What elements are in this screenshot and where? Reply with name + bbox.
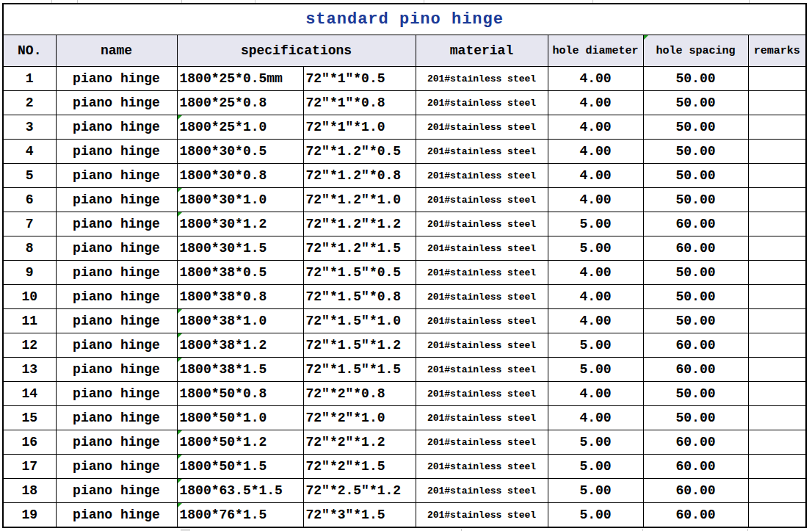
cell-name[interactable]: piano hinge (56, 455, 177, 479)
cell-material[interactable]: 201#stainless steel (416, 261, 548, 285)
cell-no[interactable]: 4 (3, 140, 56, 164)
cell-material[interactable]: 201#stainless steel (416, 212, 548, 236)
cell-name[interactable]: piano hinge (56, 309, 177, 333)
cell-spec-mm[interactable]: 1800*76*1.5 (177, 503, 303, 528)
cell-material[interactable]: 201#stainless steel (416, 503, 548, 528)
cell-material[interactable]: 201#stainless steel (416, 236, 548, 261)
cell-material[interactable]: 201#stainless steel (416, 140, 548, 164)
cell-spec-inch[interactable]: 72″*1.5″*1.2 (303, 333, 416, 358)
cell-name[interactable]: piano hinge (56, 285, 177, 309)
cell-name[interactable]: piano hinge (56, 503, 177, 528)
cell-spec-inch[interactable]: 72″*2″*0.8 (303, 382, 416, 406)
cell-spec-mm[interactable]: 1800*38*1.0 (177, 309, 303, 333)
cell-remarks[interactable] (748, 188, 806, 212)
cell-spec-mm[interactable]: 1800*25*0.8 (177, 91, 303, 115)
cell-name[interactable]: piano hinge (56, 236, 177, 261)
cell-spec-inch[interactable]: 72″*1.2″*1.0 (303, 188, 416, 212)
cell-hole-spacing[interactable]: 60.00 (643, 430, 748, 455)
cell-name[interactable]: piano hinge (56, 479, 177, 503)
cell-spec-inch[interactable]: 72″*1.5″*0.5 (303, 261, 416, 285)
cell-name[interactable]: piano hinge (56, 382, 177, 406)
cell-remarks[interactable] (748, 140, 806, 164)
cell-material[interactable]: 201#stainless steel (416, 479, 548, 503)
cell-spec-inch[interactable]: 72″*2″*1.2 (303, 430, 416, 455)
cell-hole-diameter[interactable]: 5.00 (548, 479, 643, 503)
cell-hole-diameter[interactable]: 4.00 (548, 309, 643, 333)
cell-no[interactable]: 3 (3, 115, 56, 140)
cell-material[interactable]: 201#stainless steel (416, 309, 548, 333)
cell-material[interactable]: 201#stainless steel (416, 115, 548, 140)
cell-remarks[interactable] (748, 285, 806, 309)
cell-no[interactable]: 18 (3, 479, 56, 503)
cell-hole-diameter[interactable]: 5.00 (548, 503, 643, 528)
col-header-hole-spacing[interactable]: hole spacing (643, 35, 748, 67)
cell-hole-diameter[interactable]: 4.00 (548, 406, 643, 430)
cell-spec-mm[interactable]: 1800*30*0.5 (177, 140, 303, 164)
cell-no[interactable]: 19 (3, 503, 56, 528)
cell-name[interactable]: piano hinge (56, 430, 177, 455)
cell-remarks[interactable] (748, 261, 806, 285)
cell-hole-spacing[interactable]: 60.00 (643, 358, 748, 382)
cell-spec-mm[interactable]: 1800*63.5*1.5 (177, 479, 303, 503)
cell-remarks[interactable] (748, 382, 806, 406)
cell-material[interactable]: 201#stainless steel (416, 164, 548, 188)
cell-name[interactable]: piano hinge (56, 91, 177, 115)
cell-spec-mm[interactable]: 1800*50*1.5 (177, 455, 303, 479)
cell-spec-mm[interactable]: 1800*30*1.5 (177, 236, 303, 261)
cell-spec-mm[interactable]: 1800*50*1.0 (177, 406, 303, 430)
cell-spec-inch[interactable]: 72″*1.5″*0.8 (303, 285, 416, 309)
cell-spec-inch[interactable]: 72″*1.2″*1.2 (303, 212, 416, 236)
cell-hole-spacing[interactable]: 50.00 (643, 140, 748, 164)
cell-remarks[interactable] (748, 91, 806, 115)
cell-no[interactable]: 12 (3, 333, 56, 358)
cell-material[interactable]: 201#stainless steel (416, 382, 548, 406)
cell-hole-diameter[interactable]: 4.00 (548, 261, 643, 285)
cell-remarks[interactable] (748, 333, 806, 358)
cell-hole-spacing[interactable]: 50.00 (643, 67, 748, 91)
cell-no[interactable]: 5 (3, 164, 56, 188)
cell-hole-spacing[interactable]: 60.00 (643, 479, 748, 503)
cell-remarks[interactable] (748, 358, 806, 382)
cell-no[interactable]: 11 (3, 309, 56, 333)
cell-material[interactable]: 201#stainless steel (416, 67, 548, 91)
cell-no[interactable]: 9 (3, 261, 56, 285)
sheet-title[interactable]: standard pino hinge (3, 4, 806, 35)
cell-no[interactable]: 14 (3, 382, 56, 406)
cell-hole-diameter[interactable]: 4.00 (548, 188, 643, 212)
cell-hole-spacing[interactable]: 50.00 (643, 261, 748, 285)
cell-material[interactable]: 201#stainless steel (416, 285, 548, 309)
cell-spec-mm[interactable]: 1800*30*0.8 (177, 164, 303, 188)
cell-remarks[interactable] (748, 115, 806, 140)
cell-name[interactable]: piano hinge (56, 261, 177, 285)
cell-name[interactable]: piano hinge (56, 212, 177, 236)
col-header-remarks[interactable]: remarks (748, 35, 806, 67)
cell-no[interactable]: 15 (3, 406, 56, 430)
cell-hole-diameter[interactable]: 4.00 (548, 140, 643, 164)
cell-material[interactable]: 201#stainless steel (416, 455, 548, 479)
col-header-material[interactable]: material (416, 35, 548, 67)
cell-hole-spacing[interactable]: 60.00 (643, 503, 748, 528)
cell-material[interactable]: 201#stainless steel (416, 333, 548, 358)
cell-hole-diameter[interactable]: 5.00 (548, 212, 643, 236)
cell-remarks[interactable] (748, 406, 806, 430)
cell-hole-spacing[interactable]: 50.00 (643, 406, 748, 430)
cell-hole-spacing[interactable]: 50.00 (643, 164, 748, 188)
cell-remarks[interactable] (748, 455, 806, 479)
cell-hole-diameter[interactable]: 4.00 (548, 285, 643, 309)
cell-hole-spacing[interactable]: 50.00 (643, 115, 748, 140)
cell-spec-inch[interactable]: 72″*3″*1.5 (303, 503, 416, 528)
cell-hole-diameter[interactable]: 4.00 (548, 91, 643, 115)
cell-hole-spacing[interactable]: 60.00 (643, 333, 748, 358)
cell-hole-spacing[interactable]: 50.00 (643, 188, 748, 212)
cell-name[interactable]: piano hinge (56, 164, 177, 188)
cell-spec-inch[interactable]: 72″*1.2″*1.5 (303, 236, 416, 261)
col-header-no[interactable]: NO. (3, 35, 56, 67)
cell-hole-spacing[interactable]: 60.00 (643, 236, 748, 261)
col-header-hole-diameter[interactable]: hole diameter (548, 35, 643, 67)
cell-spec-inch[interactable]: 72″*2.5″*1.2 (303, 479, 416, 503)
cell-hole-diameter[interactable]: 4.00 (548, 164, 643, 188)
cell-material[interactable]: 201#stainless steel (416, 188, 548, 212)
cell-remarks[interactable] (748, 309, 806, 333)
cell-spec-inch[interactable]: 72″*1″*0.5 (303, 67, 416, 91)
cell-remarks[interactable] (748, 164, 806, 188)
